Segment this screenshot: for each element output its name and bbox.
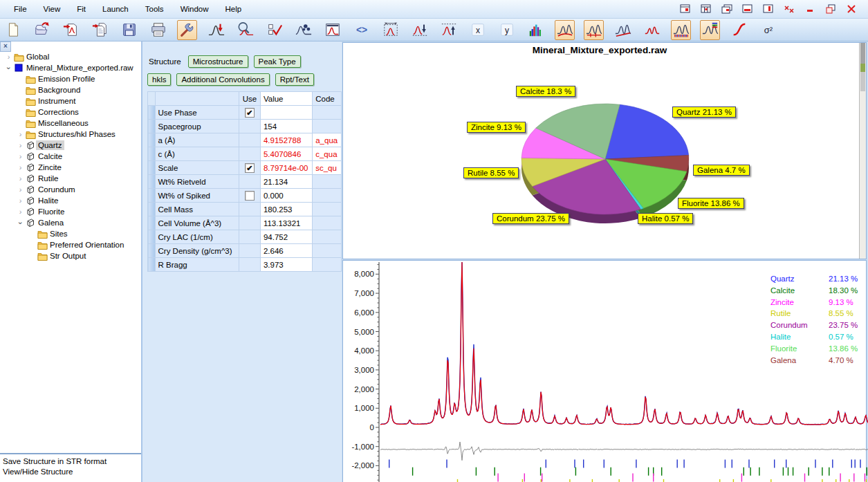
menu-fit[interactable]: Fit	[68, 2, 94, 16]
tree-item-zincite[interactable]: ›Zincite	[0, 162, 141, 173]
print-icon[interactable]	[148, 20, 168, 40]
param-code[interactable]: sc_qu	[313, 161, 342, 175]
tree-item-structures-hkl-phases[interactable]: ›Structures/hkl Phases	[0, 129, 141, 140]
menu-help[interactable]: Help	[217, 2, 250, 16]
minimize-window-icon[interactable]	[804, 4, 815, 15]
shift-peak-down-icon[interactable]	[409, 20, 430, 40]
save-icon[interactable]	[119, 20, 139, 40]
param-value[interactable]: 3.973	[260, 258, 312, 272]
cascade-windows-icon[interactable]	[721, 4, 732, 15]
show-observed-icon[interactable]	[555, 20, 575, 40]
row-handle[interactable]	[148, 175, 156, 189]
chevron-collapsed-icon[interactable]: ›	[16, 197, 25, 205]
tree-item-galena[interactable]: ›Galena	[0, 217, 141, 228]
checkbox-checked[interactable]: ✔	[245, 108, 255, 118]
tile-vertical-windows-icon[interactable]	[762, 4, 774, 15]
param-code[interactable]	[313, 230, 342, 244]
menu-view[interactable]: View	[35, 2, 69, 16]
tree-item-preferred-orientation[interactable]: Preferred Orientation	[0, 239, 141, 250]
restore-window-icon[interactable]	[824, 4, 836, 15]
param-code[interactable]	[313, 258, 342, 272]
tab-rpt-text[interactable]: Rpt/Text	[275, 73, 314, 86]
tree-item-background[interactable]: Background	[0, 84, 141, 95]
param-code[interactable]	[313, 189, 342, 203]
param-code[interactable]	[313, 106, 342, 120]
param-code[interactable]	[313, 203, 342, 216]
show-difference-icon[interactable]	[584, 20, 604, 40]
chevron-collapsed-icon[interactable]: ›	[16, 131, 25, 138]
row-handle[interactable]	[148, 147, 156, 161]
menu-tools[interactable]: Tools	[137, 2, 172, 16]
diffraction-plot[interactable]: 8,0007,0006,0005,0004,0003,0002,0001,000…	[343, 261, 868, 482]
show-tickmarks-icon[interactable]	[671, 20, 691, 40]
import-data-file-icon[interactable]	[61, 20, 81, 40]
param-value[interactable]: 4.9152788	[260, 133, 312, 147]
menu-window[interactable]: Window	[172, 2, 217, 16]
tree-item-emission-profile[interactable]: Emission Profile	[0, 73, 141, 84]
tab-additional-convolutions[interactable]: Additional Convolutions	[176, 73, 269, 86]
param-value[interactable]: 94.752	[260, 230, 312, 244]
show-legend-icon[interactable]	[700, 20, 720, 40]
param-value[interactable]: 21.134	[260, 175, 312, 189]
waterfall-view-icon[interactable]	[526, 20, 546, 40]
tree-item-miscellaneous[interactable]: Miscellaneous	[0, 118, 141, 129]
zoom-peak-icon[interactable]	[235, 20, 255, 40]
tree-item-instrument[interactable]: Instrument	[0, 95, 141, 106]
insert-peak-icon[interactable]	[206, 20, 226, 40]
scale-plot-window-icon[interactable]	[322, 20, 342, 40]
open-file-icon[interactable]	[32, 20, 52, 40]
tree-item-rutile[interactable]: ›Rutile	[0, 173, 141, 184]
checkbox-unchecked[interactable]	[245, 191, 255, 201]
menu-file[interactable]: File	[6, 2, 35, 16]
param-value[interactable]: 2.646	[260, 244, 312, 258]
close-all-windows-icon[interactable]	[783, 4, 795, 15]
tree-item-global[interactable]: ›Global	[0, 51, 141, 62]
show-background-icon[interactable]	[613, 20, 633, 40]
smooth-curve-icon[interactable]	[729, 20, 749, 40]
param-code[interactable]	[313, 120, 342, 133]
checkbox-checked[interactable]: ✔	[245, 163, 255, 173]
row-handle[interactable]	[148, 244, 156, 258]
code-editor-icon[interactable]: <>	[351, 20, 371, 40]
import-parameters-file-icon[interactable]	[90, 20, 110, 40]
tab-peak-type[interactable]: Peak Type	[254, 55, 301, 68]
y-axis-icon[interactable]: y	[497, 20, 517, 40]
tree-item-fluorite[interactable]: ›Fluorite	[0, 206, 141, 217]
param-value[interactable]: 0.000	[260, 189, 312, 203]
row-handle[interactable]	[148, 133, 156, 147]
tree-item-corundum[interactable]: ›Corundum	[0, 184, 141, 195]
chevron-collapsed-icon[interactable]: ›	[16, 164, 25, 172]
tree-item-quartz[interactable]: ›Quartz	[0, 140, 141, 151]
row-handle[interactable]	[148, 203, 156, 216]
param-code[interactable]	[313, 216, 342, 230]
close-panel-button[interactable]: ×	[0, 41, 11, 52]
tree-item-corrections[interactable]: Corrections	[0, 106, 141, 118]
chevron-collapsed-icon[interactable]: ›	[16, 208, 25, 216]
row-handle[interactable]	[148, 120, 156, 133]
param-code[interactable]: a_qua	[313, 133, 342, 147]
chevron-expanded-icon[interactable]: ›	[17, 219, 24, 228]
param-value[interactable]: 154	[260, 120, 312, 133]
close-window-icon[interactable]	[845, 4, 857, 15]
tree-item-str-output[interactable]: Str Output	[0, 250, 141, 261]
chevron-collapsed-icon[interactable]: ›	[16, 175, 25, 183]
tree-item-calcite[interactable]: ›Calcite	[0, 151, 141, 162]
convolutions-icon[interactable]	[293, 20, 313, 40]
row-handle[interactable]	[148, 161, 156, 175]
fit-wrench-icon[interactable]	[177, 20, 197, 40]
tree-item-halite[interactable]: ›Halite	[0, 195, 141, 206]
param-value[interactable]	[260, 106, 312, 120]
tile-horizontal-windows-icon[interactable]	[741, 4, 753, 15]
param-value[interactable]: 180.253	[260, 203, 312, 216]
menu-launch[interactable]: Launch	[94, 2, 137, 16]
param-value[interactable]: 113.13321	[260, 216, 312, 230]
chevron-collapsed-icon[interactable]: ›	[16, 186, 25, 194]
range-select-icon[interactable]	[380, 20, 400, 40]
tree-item-sites[interactable]: Sites	[0, 228, 141, 239]
new-document-icon[interactable]	[3, 20, 23, 40]
scrollbar-thumb[interactable]	[860, 64, 865, 72]
x-axis-icon[interactable]: x	[468, 20, 488, 40]
param-code[interactable]	[313, 175, 342, 189]
chevron-collapsed-icon[interactable]: ›	[16, 142, 25, 149]
tree-item-mineral-mixture-exported-raw[interactable]: ›Mineral_Mixture_exported.raw	[0, 62, 141, 73]
